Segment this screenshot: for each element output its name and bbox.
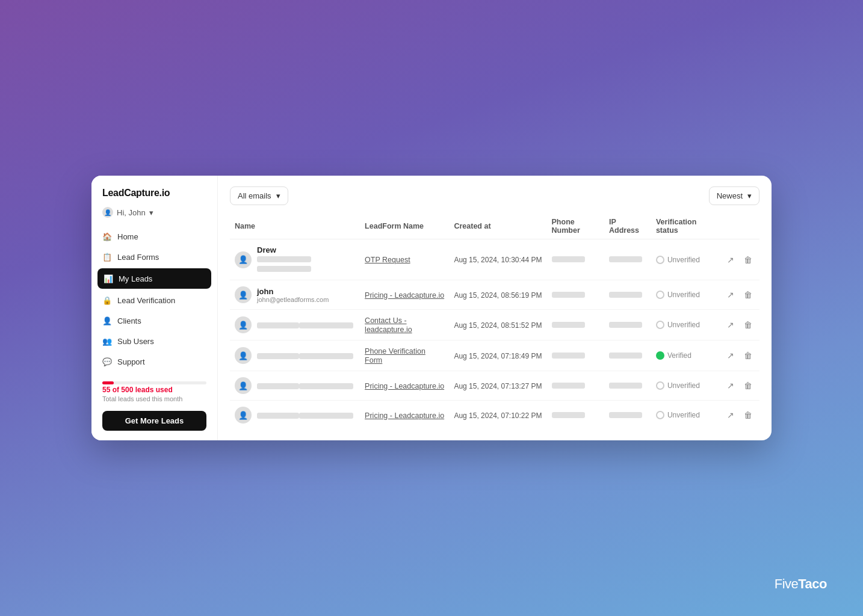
sidebar-item-label: Home (117, 232, 138, 241)
status-text: Unverified (667, 321, 700, 329)
open-button[interactable]: ↗ (725, 289, 737, 301)
leadform-link[interactable]: Phone Verification Form (365, 347, 425, 365)
actions-cell-2: ↗ 🗑 (720, 310, 759, 340)
avatar: 👤 (235, 407, 252, 424)
ip-blur (609, 322, 642, 328)
sidebar-item-lead-verification[interactable]: 🔒Lead Verification (91, 290, 217, 310)
leadform-link[interactable]: Pricing - Leadcapture.io (365, 291, 444, 300)
open-button[interactable]: ↗ (725, 319, 737, 331)
phone-blur (552, 383, 585, 389)
filter-dropdown[interactable]: All emails ▾ (230, 186, 288, 205)
email-blur (257, 256, 311, 262)
table-header-Verification status: Verification status (651, 214, 720, 239)
sub-users-icon: 👥 (102, 336, 112, 346)
actions-cell-5: ↗ 🗑 (720, 401, 759, 430)
leads-used-label: 55 of 500 leads used (102, 386, 206, 394)
sidebar-item-lead-forms[interactable]: 📋Lead Forms (91, 247, 217, 267)
ip-blur (609, 383, 642, 389)
created-at-cell-2: Aug 15, 2024, 08:51:52 PM (449, 310, 546, 340)
logo: LeadCapture.io (91, 188, 217, 207)
delete-button[interactable]: 🗑 (741, 350, 755, 362)
open-button[interactable]: ↗ (725, 380, 737, 392)
delete-button[interactable]: 🗑 (741, 289, 755, 301)
table-header-LeadForm Name: LeadForm Name (360, 214, 449, 239)
app-card: LeadCapture.io 👤 Hi, John ▾ 🏠Home📋Lead F… (91, 176, 772, 440)
main-toolbar: All emails ▾ Newest ▾ (230, 186, 759, 205)
status-badge: Unverified (656, 321, 715, 329)
name-blur (257, 353, 299, 359)
main-content: All emails ▾ Newest ▾ NameLeadForm NameC… (218, 176, 772, 440)
leadform-cell-4: Pricing - Leadcapture.io (360, 371, 449, 401)
open-button[interactable]: ↗ (725, 409, 737, 421)
status-dot (656, 291, 664, 299)
open-button[interactable]: ↗ (725, 254, 737, 266)
sidebar-item-sub-users[interactable]: 👥Sub Users (91, 331, 217, 351)
avatar: 👤 (235, 251, 252, 268)
filter-label: All emails (238, 191, 271, 200)
sort-label: Newest (717, 191, 743, 200)
actions-cell-4: ↗ 🗑 (720, 371, 759, 401)
phone-blur (552, 322, 585, 328)
table-header-IP Address: IP Address (604, 214, 651, 239)
status-cell-3: Verified (651, 340, 720, 371)
table-header-Phone Number: Phone Number (547, 214, 604, 239)
status-dot (656, 351, 664, 360)
ip-blur (609, 292, 642, 298)
my-leads-icon: 📊 (104, 274, 113, 283)
phone-blur (552, 292, 585, 298)
ip-blur (609, 412, 642, 418)
status-cell-2: Unverified (651, 310, 720, 340)
brand-part2: Taco (798, 576, 827, 591)
lead-forms-icon: 📋 (102, 252, 112, 262)
status-cell-0: Unverified (651, 239, 720, 280)
sidebar-item-clients[interactable]: 👤Clients (91, 310, 217, 331)
email-blur (299, 353, 353, 359)
sort-dropdown[interactable]: Newest ▾ (709, 186, 759, 205)
name-blur (257, 383, 299, 389)
delete-button[interactable]: 🗑 (741, 380, 755, 392)
sidebar-item-support[interactable]: 💬Support (91, 351, 217, 372)
ip-cell-3 (604, 340, 651, 371)
delete-button[interactable]: 🗑 (741, 254, 755, 266)
leadform-link[interactable]: Pricing - Leadcapture.io (365, 411, 444, 420)
table-row: 👤Pricing - Leadcapture.ioAug 15, 2024, 0… (230, 401, 759, 430)
row-actions: ↗ 🗑 (725, 409, 755, 421)
sidebar-item-home[interactable]: 🏠Home (91, 226, 217, 247)
phone-cell-5 (547, 401, 604, 430)
created-at: Aug 15, 2024, 10:30:44 PM (454, 256, 542, 264)
delete-button[interactable]: 🗑 (741, 319, 755, 331)
ip-blur (609, 353, 642, 359)
leads-table: NameLeadForm NameCreated atPhone NumberI… (230, 214, 759, 430)
sidebar-user[interactable]: 👤 Hi, John ▾ (91, 207, 217, 226)
created-at-cell-0: Aug 15, 2024, 10:30:44 PM (449, 239, 546, 280)
sidebar-item-my-leads[interactable]: 📊My Leads (97, 268, 211, 289)
leadform-link[interactable]: Contact Us - leadcapture.io (365, 316, 412, 334)
status-badge: Verified (656, 351, 715, 360)
leadform-link[interactable]: Pricing - Leadcapture.io (365, 382, 444, 390)
sidebar: LeadCapture.io 👤 Hi, John ▾ 🏠Home📋Lead F… (91, 176, 218, 440)
delete-button[interactable]: 🗑 (741, 409, 755, 421)
leadform-cell-2: Contact Us - leadcapture.io (360, 310, 449, 340)
name-cell-5: 👤 (230, 401, 360, 430)
status-dot (656, 381, 664, 390)
actions-cell-0: ↗ 🗑 (720, 239, 759, 280)
status-dot (656, 411, 664, 419)
ip-cell-5 (604, 401, 651, 430)
lead-name: Drew (257, 245, 355, 254)
leadform-link[interactable]: OTP Request (365, 256, 410, 264)
status-dot (656, 256, 664, 264)
phone-blur (552, 412, 585, 418)
open-button[interactable]: ↗ (725, 350, 737, 362)
leads-used-sublabel: Total leads used this month (102, 395, 206, 402)
table-header-row: NameLeadForm NameCreated atPhone NumberI… (230, 214, 759, 239)
status-cell-4: Unverified (651, 371, 720, 401)
phone-blur (552, 353, 585, 359)
created-at: Aug 15, 2024, 07:18:49 PM (454, 352, 542, 360)
status-dot (656, 321, 664, 329)
status-badge: Unverified (656, 411, 715, 419)
filter-chevron-icon: ▾ (276, 191, 280, 200)
get-more-leads-button[interactable]: Get More Leads (102, 411, 206, 431)
table-row: 👤DrewOTP RequestAug 15, 2024, 10:30:44 P… (230, 239, 759, 280)
sort-chevron-icon: ▾ (747, 191, 752, 200)
created-at-cell-1: Aug 15, 2024, 08:56:19 PM (449, 280, 546, 310)
